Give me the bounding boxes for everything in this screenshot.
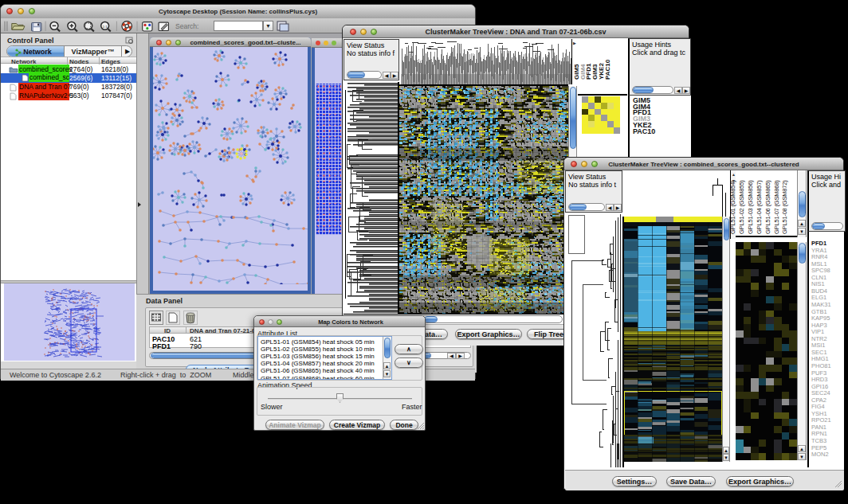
- svg-text:1:1: 1:1: [103, 25, 108, 29]
- svg-text:Search:: Search:: [175, 22, 198, 30]
